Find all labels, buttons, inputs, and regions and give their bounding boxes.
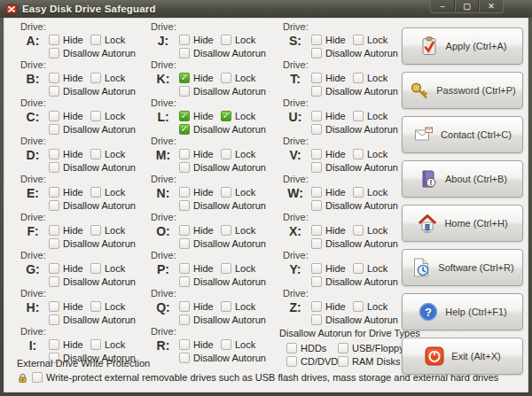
hide-checkbox[interactable]: ✓ Hide bbox=[179, 187, 221, 198]
disallow-autorun-checkbox[interactable]: ✓ Disallow Autorun bbox=[49, 162, 136, 173]
lock-checkbox[interactable]: ✓ Lock bbox=[353, 263, 387, 274]
lock-checkbox[interactable]: ✓ Lock bbox=[221, 263, 255, 274]
drive-letter: F: bbox=[17, 223, 49, 250]
hide-checkbox[interactable]: ✓ Hide bbox=[49, 339, 90, 350]
disallow-autorun-checkbox[interactable]: ✓ Disallow Autorun bbox=[49, 48, 136, 58]
lock-checkbox[interactable]: ✓ Lock bbox=[221, 187, 255, 198]
lock-checkbox[interactable]: ✓ Lock bbox=[353, 35, 387, 45]
hide-checkbox[interactable]: ✓ Hide bbox=[311, 225, 353, 236]
hide-checkbox[interactable]: ✓ Hide bbox=[179, 339, 221, 350]
lock-checkbox[interactable]: ✓ Lock bbox=[90, 111, 125, 121]
lock-checkbox[interactable]: ✓ Lock bbox=[221, 111, 255, 121]
disallow-autorun-checkbox[interactable]: ✓ Disallow Autorun bbox=[49, 238, 136, 249]
disallow-autorun-checkbox[interactable]: ✓ Disallow Autorun bbox=[311, 86, 398, 97]
drive-type-checkbox[interactable]: ✓USB/Floppy bbox=[338, 343, 404, 353]
hide-checkbox[interactable]: ✓ Hide bbox=[49, 35, 90, 45]
lock-checkbox[interactable]: ✓ Lock bbox=[221, 339, 255, 350]
disallow-autorun-checkbox[interactable]: ✓ Disallow Autorun bbox=[311, 124, 398, 135]
hide-checkbox[interactable]: ✓ Hide bbox=[311, 35, 353, 45]
lock-checkbox[interactable]: ✓ Lock bbox=[353, 301, 387, 312]
disallow-autorun-checkbox[interactable]: ✓ Disallow Autorun bbox=[179, 238, 266, 249]
disallow-autorun-checkbox[interactable]: ✓ Disallow Autorun bbox=[311, 162, 398, 173]
lock-checkbox[interactable]: ✓ Lock bbox=[353, 225, 387, 236]
hide-checkbox[interactable]: ✓ Hide bbox=[311, 149, 353, 159]
hide-checkbox[interactable]: ✓ Hide bbox=[311, 111, 353, 121]
disallow-autorun-checkbox[interactable]: ✓ Disallow Autorun bbox=[311, 276, 398, 287]
lock-checkbox[interactable]: ✓ Lock bbox=[90, 263, 125, 274]
lock-checkbox[interactable]: ✓ Lock bbox=[90, 187, 125, 198]
lock-checkbox[interactable]: ✓ Lock bbox=[90, 301, 125, 312]
lock-checkbox[interactable]: ✓ Lock bbox=[353, 149, 387, 159]
disallow-autorun-checkbox[interactable]: ✓ Disallow Autorun bbox=[179, 124, 266, 135]
hide-label: Hide bbox=[63, 73, 83, 83]
hide-checkbox[interactable]: ✓ Hide bbox=[311, 263, 353, 274]
disallow-autorun-checkbox[interactable]: ✓ Disallow Autorun bbox=[49, 314, 136, 325]
disallow-autorun-label: Disallow Autorun bbox=[193, 200, 266, 211]
checkbox-box: ✓ bbox=[49, 238, 59, 249]
lock-checkbox[interactable]: ✓ Lock bbox=[353, 111, 387, 121]
disallow-autorun-checkbox[interactable]: ✓ Disallow Autorun bbox=[179, 314, 266, 325]
drive-block: Drive: T: ✓ Hide ✓ Lock ✓ Di bbox=[279, 59, 409, 97]
envelope-button[interactable]: Contact (Ctrl+C) bbox=[402, 116, 523, 153]
hide-checkbox[interactable]: ✓ Hide bbox=[49, 73, 90, 83]
disallow-autorun-checkbox[interactable]: ✓ Disallow Autorun bbox=[179, 48, 266, 58]
disallow-autorun-checkbox[interactable]: ✓ Disallow Autorun bbox=[311, 200, 398, 211]
hide-checkbox[interactable]: ✓ Hide bbox=[311, 187, 353, 198]
disallow-autorun-checkbox[interactable]: ✓ Disallow Autorun bbox=[49, 200, 136, 211]
disallow-autorun-checkbox[interactable]: ✓ Disallow Autorun bbox=[49, 124, 136, 135]
power-button[interactable]: Exit (Alt+X) bbox=[402, 338, 523, 375]
close-button[interactable]: ✕ bbox=[479, 0, 503, 12]
lock-checkbox[interactable]: ✓ Lock bbox=[90, 73, 125, 83]
lock-checkbox[interactable]: ✓ Lock bbox=[90, 35, 125, 45]
lock-checkbox[interactable]: ✓ Lock bbox=[90, 225, 125, 236]
disallow-autorun-checkbox[interactable]: ✓ Disallow Autorun bbox=[49, 276, 136, 287]
lock-checkbox[interactable]: ✓ Lock bbox=[90, 149, 125, 159]
lock-checkbox[interactable]: ✓ Lock bbox=[353, 187, 387, 198]
disallow-autorun-checkbox[interactable]: ✓ Disallow Autorun bbox=[179, 276, 266, 287]
disallow-autorun-checkbox[interactable]: ✓ Disallow Autorun bbox=[311, 314, 398, 325]
lock-checkbox[interactable]: ✓ Lock bbox=[221, 73, 255, 83]
hide-checkbox[interactable]: ✓ Hide bbox=[179, 111, 221, 121]
lock-checkbox[interactable]: ✓ Lock bbox=[353, 73, 387, 83]
clipboard-check-button[interactable]: Apply (Ctrl+A) bbox=[402, 27, 523, 65]
hide-checkbox[interactable]: ✓ Hide bbox=[49, 263, 90, 274]
hide-checkbox[interactable]: ✓ Hide bbox=[49, 149, 90, 159]
maximize-button[interactable]: ▢ bbox=[455, 0, 479, 12]
lock-checkbox[interactable]: ✓ Lock bbox=[221, 149, 255, 159]
hide-checkbox[interactable]: ✓ Hide bbox=[179, 225, 221, 236]
hide-checkbox[interactable]: ✓ Hide bbox=[311, 73, 353, 83]
checkbox-box: ✓ bbox=[221, 225, 231, 236]
key-button[interactable]: Password (Ctrl+P) bbox=[402, 72, 523, 109]
hide-checkbox[interactable]: ✓ Hide bbox=[49, 225, 90, 236]
lock-checkbox[interactable]: ✓ Lock bbox=[221, 35, 255, 45]
disallow-autorun-checkbox[interactable]: ✓ Disallow Autorun bbox=[179, 86, 266, 97]
hide-checkbox[interactable]: ✓ Hide bbox=[49, 111, 90, 121]
book-info-button[interactable]: ! About (Ctrl+B) bbox=[402, 160, 523, 198]
disallow-autorun-checkbox[interactable]: ✓ Disallow Autorun bbox=[49, 86, 136, 97]
hide-label: Hide bbox=[325, 187, 346, 198]
hide-checkbox[interactable]: ✓ Hide bbox=[49, 301, 90, 312]
titlebar[interactable]: Easy Disk Drive Safeguard –▢✕ bbox=[0, 0, 532, 18]
checkbox-box: ✓ bbox=[353, 225, 364, 236]
hide-checkbox[interactable]: ✓ Hide bbox=[179, 73, 221, 83]
hide-checkbox[interactable]: ✓ Hide bbox=[179, 301, 221, 312]
help-button[interactable]: ? Help (Ctrl+F1) bbox=[402, 293, 523, 330]
hide-checkbox[interactable]: ✓ Hide bbox=[311, 301, 353, 312]
lock-checkbox[interactable]: ✓ Lock bbox=[221, 301, 255, 312]
lock-label: Lock bbox=[235, 301, 255, 312]
disallow-autorun-checkbox[interactable]: ✓ Disallow Autorun bbox=[311, 238, 398, 249]
lock-label: Lock bbox=[367, 111, 387, 121]
hide-checkbox[interactable]: ✓ Hide bbox=[49, 187, 90, 198]
lock-checkbox[interactable]: ✓ Lock bbox=[221, 225, 255, 236]
hide-checkbox[interactable]: ✓ Hide bbox=[179, 149, 221, 159]
drive-type-checkbox[interactable]: ✓HDDs bbox=[286, 343, 338, 353]
hide-checkbox[interactable]: ✓ Hide bbox=[179, 35, 221, 45]
software-update-button[interactable]: Software (Ctrl+R) bbox=[402, 249, 523, 286]
hide-checkbox[interactable]: ✓ Hide bbox=[179, 263, 221, 274]
minimize-button[interactable]: – bbox=[431, 0, 455, 12]
disallow-autorun-checkbox[interactable]: ✓ Disallow Autorun bbox=[179, 200, 266, 211]
disallow-autorun-checkbox[interactable]: ✓ Disallow Autorun bbox=[311, 48, 398, 58]
home-button[interactable]: Home (Ctrl+H) bbox=[402, 205, 523, 242]
disallow-autorun-checkbox[interactable]: ✓ Disallow Autorun bbox=[179, 162, 266, 173]
lock-checkbox[interactable]: ✓ Lock bbox=[90, 339, 125, 350]
